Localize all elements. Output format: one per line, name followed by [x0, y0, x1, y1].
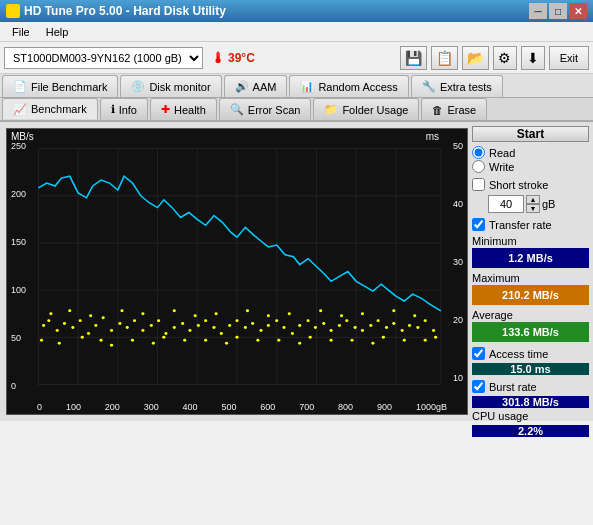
toolbar-btn-4[interactable]: ⚙ — [493, 46, 517, 70]
burst-rate-checkbox[interactable] — [472, 380, 485, 393]
temperature-display: 🌡 39°C — [211, 50, 255, 66]
svg-point-49 — [291, 332, 294, 335]
burst-rate-value: 301.8 MB/s — [502, 396, 559, 408]
svg-point-96 — [330, 339, 333, 342]
svg-point-51 — [307, 319, 310, 322]
chart-container: MB/s ms 250 200 150 100 50 0 50 40 30 20… — [6, 128, 468, 415]
transfer-rate-option[interactable]: Transfer rate — [472, 218, 589, 231]
svg-point-32 — [157, 319, 160, 322]
tab-info[interactable]: ℹ Info — [100, 98, 148, 120]
tab-folder-usage[interactable]: 📁 Folder Usage — [313, 98, 419, 120]
temperature-value: 39°C — [228, 51, 255, 65]
gb-up-button[interactable]: ▲ — [526, 195, 540, 204]
read-option[interactable]: Read — [472, 146, 589, 159]
start-button[interactable]: Start — [472, 126, 589, 142]
svg-point-25 — [102, 316, 105, 319]
svg-point-19 — [56, 329, 59, 332]
svg-point-22 — [79, 319, 82, 322]
access-time-option[interactable]: Access time — [472, 347, 589, 360]
average-label: Average — [472, 309, 589, 321]
tab-benchmark[interactable]: 📈 Benchmark — [2, 98, 98, 120]
short-stroke-option[interactable]: Short stroke — [472, 178, 589, 191]
svg-point-91 — [277, 339, 280, 342]
main-content: MB/s ms 250 200 150 100 50 0 50 40 30 20… — [0, 122, 593, 421]
svg-point-97 — [340, 314, 343, 317]
svg-point-45 — [259, 329, 262, 332]
tab-health[interactable]: ✚ Health — [150, 98, 217, 120]
gb-spinner: ▲ ▼ — [526, 195, 540, 213]
toolbar-btn-1[interactable]: 💾 — [400, 46, 427, 70]
tab-aam[interactable]: 🔊 AAM — [224, 75, 288, 97]
gb-input[interactable] — [488, 195, 524, 213]
svg-point-57 — [354, 326, 357, 329]
minimum-label: Minimum — [472, 235, 589, 247]
tab-erase[interactable]: 🗑 Erase — [421, 98, 487, 120]
transfer-rate-line — [38, 176, 441, 311]
maximum-bar: 210.2 MB/s — [472, 285, 589, 305]
tabbar-bottom: 📈 Benchmark ℹ Info ✚ Health 🔍 Error Scan… — [0, 98, 593, 122]
toolbar: ST1000DM003-9YN162 (1000 gB) 🌡 39°C 💾 📋 … — [0, 42, 593, 74]
svg-point-21 — [71, 326, 74, 329]
svg-point-88 — [246, 309, 249, 312]
svg-point-84 — [204, 339, 207, 342]
write-radio[interactable] — [472, 160, 485, 173]
svg-point-95 — [319, 309, 322, 312]
close-button[interactable]: ✕ — [569, 3, 587, 19]
exit-button[interactable]: Exit — [549, 46, 589, 70]
svg-point-78 — [141, 312, 144, 315]
svg-point-37 — [197, 324, 200, 327]
burst-rate-option[interactable]: Burst rate — [472, 380, 589, 393]
gb-input-row: ▲ ▼ gB — [488, 195, 589, 213]
read-radio[interactable] — [472, 146, 485, 159]
svg-point-101 — [382, 336, 385, 339]
svg-point-70 — [58, 342, 61, 345]
tab-file-benchmark[interactable]: 📄 File Benchmark — [2, 75, 118, 97]
minimum-bar: 1.2 MB/s — [472, 248, 589, 268]
svg-point-23 — [87, 332, 90, 335]
burst-rate-bar: 301.8 MB/s — [472, 396, 589, 408]
svg-point-31 — [150, 324, 153, 327]
toolbar-btn-3[interactable]: 📂 — [462, 46, 489, 70]
menu-help[interactable]: Help — [38, 24, 77, 40]
svg-point-47 — [275, 319, 278, 322]
tab-disk-monitor[interactable]: 💿 Disk monitor — [120, 75, 221, 97]
maximize-button[interactable]: □ — [549, 3, 567, 19]
toolbar-btn-5[interactable]: ⬇ — [521, 46, 545, 70]
maximum-value: 210.2 MB/s — [502, 289, 559, 301]
svg-point-61 — [385, 326, 388, 329]
info-icon: ℹ — [111, 103, 115, 116]
tab-extra-tests[interactable]: 🔧 Extra tests — [411, 75, 503, 97]
average-section: Average 133.6 MB/s — [472, 309, 589, 342]
drive-select[interactable]: ST1000DM003-9YN162 (1000 gB) — [4, 47, 203, 69]
svg-point-86 — [225, 342, 228, 345]
svg-point-36 — [188, 329, 191, 332]
svg-point-28 — [126, 326, 129, 329]
svg-point-50 — [298, 324, 301, 327]
svg-point-17 — [42, 324, 45, 327]
write-option[interactable]: Write — [472, 160, 589, 173]
tab-error-scan[interactable]: 🔍 Error Scan — [219, 98, 312, 120]
erase-icon: 🗑 — [432, 104, 443, 116]
tab-random-access[interactable]: 📊 Random Access — [289, 75, 408, 97]
minimize-button[interactable]: ─ — [529, 3, 547, 19]
svg-point-24 — [94, 324, 97, 327]
gb-down-button[interactable]: ▼ — [526, 204, 540, 213]
toolbar-btn-2[interactable]: 📋 — [431, 46, 458, 70]
svg-point-60 — [377, 319, 380, 322]
svg-point-68 — [40, 339, 43, 342]
svg-point-71 — [68, 309, 71, 312]
access-time-checkbox[interactable] — [472, 347, 485, 360]
cpu-usage-value: 2.2% — [518, 425, 543, 437]
chart-wrapper: MB/s ms 250 200 150 100 50 0 50 40 30 20… — [0, 122, 468, 421]
svg-point-72 — [81, 336, 84, 339]
x-axis-labels: 0 100 200 300 400 500 600 700 800 900 10… — [37, 402, 447, 412]
access-time-dots — [40, 309, 437, 346]
svg-point-80 — [162, 336, 165, 339]
menu-file[interactable]: File — [4, 24, 38, 40]
short-stroke-checkbox[interactable] — [472, 178, 485, 191]
svg-point-94 — [309, 336, 312, 339]
app-icon — [6, 4, 20, 18]
svg-point-59 — [369, 324, 372, 327]
cpu-usage-bar: 2.2% — [472, 425, 589, 437]
transfer-rate-checkbox[interactable] — [472, 218, 485, 231]
